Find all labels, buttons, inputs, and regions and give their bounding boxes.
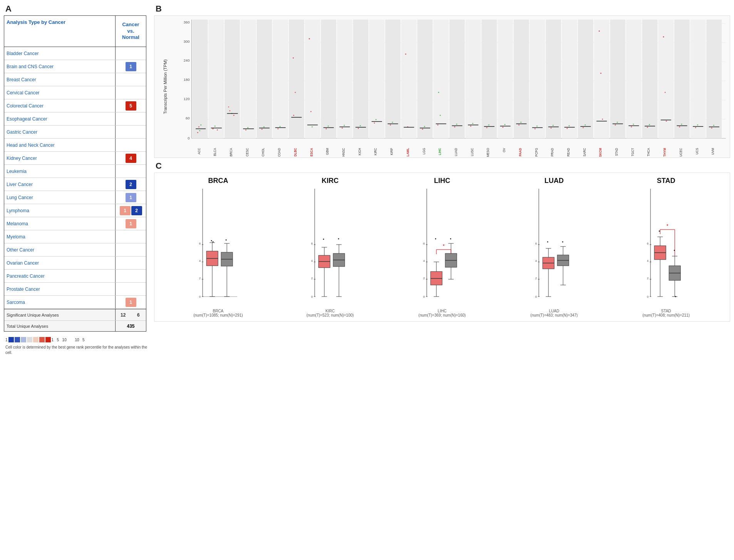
svg-text:0: 0 bbox=[199, 295, 201, 298]
svg-text:360: 360 bbox=[184, 20, 190, 24]
svg-point-213 bbox=[211, 240, 212, 241]
svg-text:6: 6 bbox=[311, 242, 313, 245]
bp-subtitle-stad: STAD(num(T)=408; num(N)=211) bbox=[642, 309, 690, 317]
cvn-header-text: Cancervs.Normal bbox=[122, 22, 139, 41]
cancer-cvn bbox=[115, 230, 146, 243]
table-row: Liver Cancer 2 bbox=[4, 178, 146, 191]
svg-text:120: 120 bbox=[184, 97, 190, 101]
legend-box-blue-light bbox=[21, 337, 26, 342]
svg-rect-88 bbox=[401, 20, 417, 138]
legend-num: 1 bbox=[52, 338, 54, 342]
bp-svg-kirc: 0 2 4 6 bbox=[277, 185, 383, 308]
svg-text:LIHC: LIHC bbox=[438, 148, 442, 155]
legend-box-mid bbox=[27, 337, 32, 342]
cancer-name: Melanoma bbox=[4, 217, 115, 230]
svg-text:TGCT: TGCT bbox=[631, 148, 635, 156]
legend-num-5: 5 bbox=[57, 338, 59, 342]
legend-box-blue bbox=[15, 337, 20, 342]
svg-text:ESCA: ESCA bbox=[310, 148, 313, 156]
cell-badge: 5 bbox=[126, 101, 136, 111]
svg-point-111 bbox=[470, 126, 471, 127]
svg-point-136 bbox=[550, 127, 551, 129]
svg-point-237 bbox=[323, 239, 324, 240]
svg-point-316 bbox=[675, 296, 676, 297]
svg-point-137 bbox=[553, 125, 554, 126]
cell-badge: 1 bbox=[126, 193, 136, 202]
svg-text:240: 240 bbox=[184, 59, 190, 63]
total-value: 435 bbox=[115, 321, 146, 331]
svg-point-157 bbox=[615, 124, 616, 126]
table-row: Gastric Cancer bbox=[4, 126, 146, 139]
svg-point-96 bbox=[424, 126, 425, 127]
svg-point-122 bbox=[504, 124, 505, 125]
svg-point-101 bbox=[440, 115, 441, 116]
svg-text:*: * bbox=[443, 243, 445, 249]
svg-text:HNSC: HNSC bbox=[342, 148, 345, 157]
cancer-cvn bbox=[115, 243, 146, 256]
cancer-name: Liver Cancer bbox=[4, 178, 115, 191]
svg-point-107 bbox=[456, 124, 457, 125]
cancer-cvn bbox=[115, 139, 146, 151]
table-row: Lymphoma 1 2 bbox=[4, 204, 146, 217]
panel-c-wrapper: C BRCA 0 2 bbox=[154, 161, 730, 322]
y-axis-wrapper: Transcripts Per Million (TPM) bbox=[154, 16, 176, 158]
svg-point-179 bbox=[681, 124, 682, 125]
legend-box-red-dark bbox=[45, 337, 51, 342]
cell-badge: 4 bbox=[126, 154, 136, 163]
svg-rect-160 bbox=[626, 20, 642, 138]
cancer-cvn: 1 bbox=[115, 191, 146, 204]
table-row: Other Cancer bbox=[4, 243, 146, 257]
svg-text:THCA: THCA bbox=[647, 148, 650, 156]
cell-badge: 1 bbox=[126, 62, 136, 71]
svg-text:180: 180 bbox=[184, 78, 190, 82]
cancer-cvn bbox=[115, 86, 146, 99]
main-container: A Analysis Type by Cancer Cancervs.Norma… bbox=[0, 0, 734, 359]
svg-rect-144 bbox=[578, 20, 593, 138]
cancer-cvn bbox=[115, 126, 146, 138]
svg-point-33 bbox=[233, 115, 235, 116]
legend-num-5b: 5 bbox=[82, 338, 85, 342]
svg-point-75 bbox=[358, 128, 359, 129]
svg-point-49 bbox=[280, 126, 281, 127]
legend-num: 1 bbox=[5, 338, 8, 342]
cancer-name: Breast Cancer bbox=[4, 73, 115, 86]
cancer-name: Myeloma bbox=[4, 230, 115, 243]
svg-text:UVM: UVM bbox=[711, 148, 715, 155]
svg-point-59 bbox=[309, 38, 310, 39]
significant-values: 12 6 bbox=[115, 309, 146, 320]
svg-point-214 bbox=[213, 241, 214, 243]
panel-b-label: B bbox=[154, 4, 730, 14]
table-row: Prostate Cancer bbox=[4, 283, 146, 296]
cancer-name: Sarcoma bbox=[4, 296, 115, 309]
boxplot-brca: BRCA 0 2 4 6 bbox=[165, 177, 271, 317]
chart-b-svg: 0 60 120 180 240 300 360 bbox=[176, 16, 730, 158]
svg-point-188 bbox=[711, 127, 712, 129]
table-row: Head and Neck Cancer bbox=[4, 139, 146, 152]
panel-c-label: C bbox=[154, 161, 730, 171]
svg-text:300: 300 bbox=[184, 40, 190, 44]
svg-rect-78 bbox=[369, 20, 385, 138]
cancer-cvn bbox=[115, 73, 146, 86]
significant-label: Significant Unique Analyses bbox=[4, 309, 115, 320]
cancer-cvn bbox=[115, 112, 146, 125]
legend-area: 1 1 5 10 10 5 Cell color is determined b… bbox=[4, 336, 150, 355]
svg-rect-149 bbox=[594, 20, 610, 138]
panel-a: A Analysis Type by Cancer Cancervs.Norma… bbox=[4, 4, 150, 355]
cvn-header: Cancervs.Normal bbox=[115, 16, 146, 47]
svg-point-106 bbox=[454, 126, 455, 127]
svg-text:SARC: SARC bbox=[583, 148, 586, 156]
svg-text:UCS: UCS bbox=[695, 148, 699, 154]
boxplot-container: BRCA 0 2 4 6 bbox=[162, 177, 722, 317]
svg-point-19 bbox=[199, 130, 200, 131]
svg-text:6: 6 bbox=[199, 242, 201, 245]
svg-point-27 bbox=[217, 129, 218, 131]
boxplot-stad: STAD 0 2 4 6 bbox=[613, 177, 719, 317]
svg-point-132 bbox=[536, 126, 538, 127]
svg-text:PCPG: PCPG bbox=[535, 148, 538, 157]
svg-rect-129 bbox=[530, 20, 545, 138]
svg-point-102 bbox=[437, 124, 438, 126]
svg-point-288 bbox=[562, 241, 563, 243]
boxplot-kirc: KIRC 0 2 4 6 bbox=[277, 177, 383, 317]
svg-point-65 bbox=[325, 128, 327, 129]
table-row: Lung Cancer 1 bbox=[4, 191, 146, 204]
